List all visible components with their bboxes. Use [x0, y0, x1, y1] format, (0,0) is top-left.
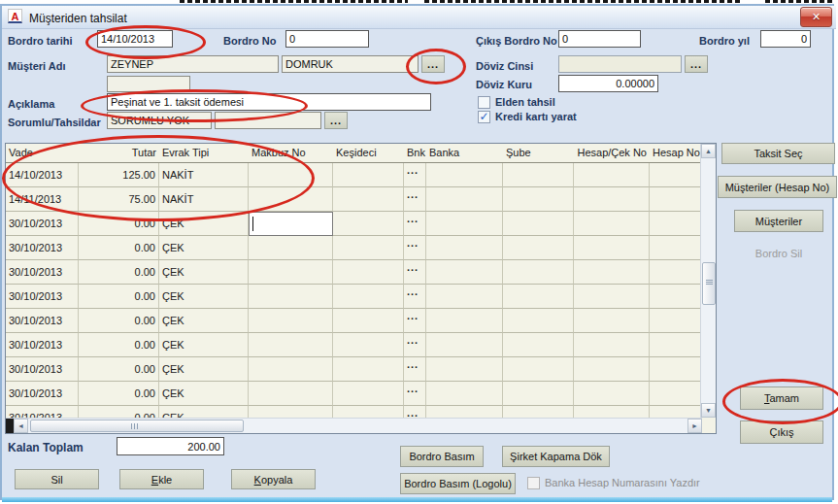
cell-evrak_tipi[interactable]: NAKİT [159, 187, 249, 212]
cell-kesideci[interactable] [333, 309, 404, 333]
cell-tutar[interactable]: 0.00 [79, 382, 159, 406]
kredi-karti-checkbox[interactable]: ✓ [478, 111, 490, 123]
cell-kesideci[interactable] [333, 333, 404, 357]
cell-sube[interactable] [503, 357, 574, 382]
taksit-sec-button[interactable]: Taksit Seç [721, 143, 835, 164]
cell-makbuz_no[interactable] [249, 333, 333, 357]
musteri-lookup-button[interactable]: ... [421, 55, 445, 73]
cell-sube[interactable] [503, 163, 574, 187]
cell-hesap_cek_no[interactable] [574, 260, 650, 285]
cell-banka[interactable] [426, 163, 503, 187]
cell-banka[interactable] [426, 212, 503, 236]
cell-vade[interactable]: 14/10/2013 [6, 163, 79, 187]
sirket-kapama-dok-button[interactable]: Şirket Kapama Dök [502, 446, 610, 467]
cell-vade[interactable]: 14/11/2013 [6, 187, 79, 212]
cell-hesap_no[interactable] [650, 382, 701, 406]
cell-bnk[interactable]: ... [404, 212, 426, 236]
column-header-vade[interactable]: Vade [6, 144, 79, 162]
cell-makbuz_no[interactable] [249, 163, 333, 187]
cell-tutar[interactable]: 0.00 [79, 357, 159, 382]
cell-hesap_cek_no[interactable] [574, 406, 650, 418]
cell-evrak_tipi[interactable]: ÇEK [159, 236, 249, 260]
cell-banka[interactable] [426, 260, 503, 285]
cell-hesap_no[interactable] [650, 163, 701, 187]
table-row[interactable]: 30/10/20130.00ÇEK... [6, 382, 701, 406]
tamam-button[interactable]: Tamam [740, 386, 823, 410]
cell-sube[interactable] [503, 309, 574, 333]
cell-tutar[interactable]: 0.00 [79, 260, 159, 285]
cell-evrak_tipi[interactable]: ÇEK [159, 382, 249, 406]
cell-hesap_no[interactable] [650, 285, 701, 309]
cell-kesideci[interactable] [333, 382, 404, 406]
cell-vade[interactable]: 30/10/2013 [6, 236, 79, 260]
cell-makbuz_no[interactable] [249, 357, 333, 382]
cell-kesideci[interactable] [333, 187, 404, 212]
cell-tutar[interactable]: 0.00 [79, 309, 159, 333]
cell-bnk[interactable]: ... [404, 285, 426, 309]
cell-hesap_no[interactable] [650, 309, 701, 333]
cell-bnk[interactable]: ... [404, 357, 426, 382]
cell-tutar[interactable]: 0.00 [79, 285, 159, 309]
cell-evrak_tipi[interactable]: ÇEK [159, 285, 249, 309]
column-header-evrak-tipi[interactable]: Evrak Tipi [159, 144, 249, 162]
cell-sube[interactable] [503, 260, 574, 285]
cell-kesideci[interactable] [333, 260, 404, 285]
cikis-button[interactable]: Çıkış [740, 420, 823, 444]
cell-makbuz_no[interactable] [249, 187, 333, 212]
cell-makbuz_no[interactable] [249, 212, 333, 236]
cell-hesap_cek_no[interactable] [574, 236, 650, 260]
cell-tutar[interactable]: 0.00 [79, 212, 159, 236]
cell-banka[interactable] [426, 382, 503, 406]
cell-hesap_cek_no[interactable] [574, 333, 650, 357]
table-row[interactable]: 30/10/20130.00ÇEK... [6, 285, 701, 309]
column-header-hesap-ek-no[interactable]: Hesap/Çek No [574, 144, 650, 162]
scroll-down-icon[interactable]: ▼ [701, 403, 716, 418]
bordro-basim-button[interactable]: Bordro Basım [400, 446, 484, 467]
cell-evrak_tipi[interactable]: ÇEK [159, 309, 249, 333]
column-header--ube[interactable]: Şube [503, 144, 574, 162]
cell-tutar[interactable]: 0.00 [79, 333, 159, 357]
cell-evrak_tipi[interactable]: ÇEK [159, 333, 249, 357]
cell-vade[interactable]: 30/10/2013 [6, 260, 79, 285]
scroll-left-icon[interactable]: ◄ [14, 419, 28, 433]
cell-vade[interactable]: 30/10/2013 [6, 212, 79, 236]
cell-evrak_tipi[interactable]: ÇEK [159, 260, 249, 285]
cell-hesap_no[interactable] [650, 187, 701, 212]
cell-tutar[interactable]: 75.00 [79, 187, 159, 212]
column-header-hesap-no[interactable]: Hesap No [650, 144, 701, 162]
cell-kesideci[interactable] [333, 406, 404, 418]
cell-bnk[interactable]: ... [404, 382, 426, 406]
cell-vade[interactable]: 30/10/2013 [6, 357, 79, 382]
table-row[interactable]: 30/10/20130.00ÇEK... [6, 260, 701, 285]
table-row[interactable]: 30/10/20130.00ÇEK... [6, 309, 701, 333]
cell-makbuz_no[interactable] [249, 406, 333, 418]
musteriler-button[interactable]: Müşteriler [734, 210, 823, 232]
cell-sube[interactable] [503, 187, 574, 212]
bordro-basim-logolu-button[interactable]: Bordro Basım (Logolu) [400, 473, 516, 494]
column-header-bnk[interactable]: Bnk [404, 144, 426, 162]
table-row[interactable]: 30/10/20130.00ÇEK... [6, 406, 701, 418]
cell-tutar[interactable]: 125.00 [79, 163, 159, 187]
doviz-kuru-input[interactable] [558, 75, 658, 92]
cell-banka[interactable] [426, 357, 503, 382]
cell-makbuz_no[interactable] [249, 260, 333, 285]
cell-evrak_tipi[interactable]: ÇEK [159, 212, 249, 236]
cell-sube[interactable] [503, 406, 574, 418]
cell-hesap_no[interactable] [650, 333, 701, 357]
cell-sube[interactable] [503, 333, 574, 357]
cell-bnk[interactable]: ... [404, 309, 426, 333]
aciklama-input[interactable] [107, 93, 431, 111]
sorumlu-lookup-button[interactable]: ... [324, 112, 348, 129]
musteri-first-input[interactable] [107, 55, 279, 73]
cell-banka[interactable] [426, 285, 503, 309]
musteri-code-input[interactable] [107, 76, 190, 92]
cell-hesap_cek_no[interactable] [574, 187, 650, 212]
cell-vade[interactable]: 30/10/2013 [6, 285, 79, 309]
cell-banka[interactable] [426, 236, 503, 260]
cell-vade[interactable]: 30/10/2013 [6, 406, 79, 418]
ekle-button[interactable]: Ekle [119, 469, 204, 489]
cell-hesap_no[interactable] [650, 406, 701, 418]
cell-bnk[interactable]: ... [404, 406, 426, 418]
cell-vade[interactable]: 30/10/2013 [6, 382, 79, 406]
cell-sube[interactable] [503, 285, 574, 309]
